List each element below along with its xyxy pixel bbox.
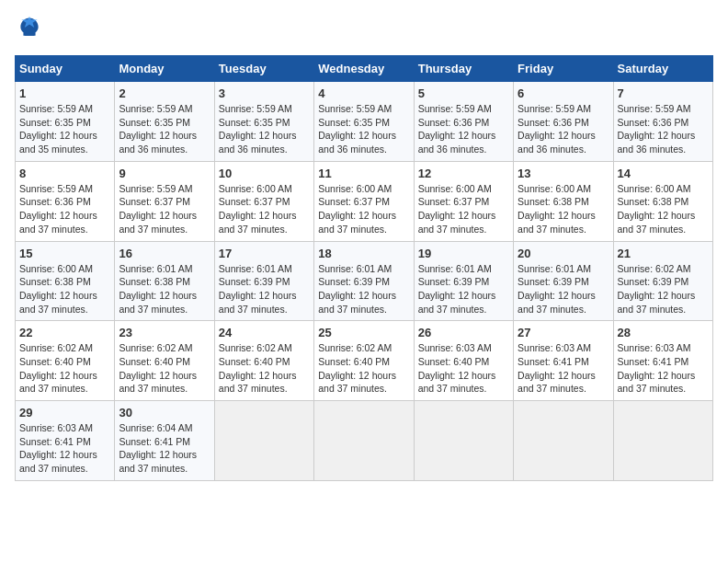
day-cell: 5 Sunrise: 5:59 AM Sunset: 6:36 PM Dayli… [414,82,513,162]
page-header [15,15,713,44]
day-number: 14 [618,167,709,180]
day-number: 11 [318,167,409,180]
day-number: 23 [119,326,210,339]
day-cell: 1 Sunrise: 5:59 AM Sunset: 6:35 PM Dayli… [16,82,115,162]
day-number: 5 [418,86,509,100]
day-info: Sunrise: 5:59 AM Sunset: 6:35 PM Dayligh… [19,102,110,156]
day-number: 25 [318,326,409,339]
day-header-thursday: Thursday [414,56,513,82]
day-cell: 8 Sunrise: 5:59 AM Sunset: 6:36 PM Dayli… [16,161,115,241]
week-row-3: 15 Sunrise: 6:00 AM Sunset: 6:38 PM Dayl… [16,241,713,321]
day-cell: 16 Sunrise: 6:01 AM Sunset: 6:38 PM Dayl… [115,241,214,321]
day-info: Sunrise: 5:59 AM Sunset: 6:35 PM Dayligh… [219,102,310,156]
week-row-5: 29 Sunrise: 6:03 AM Sunset: 6:41 PM Dayl… [16,401,713,481]
day-header-wednesday: Wednesday [314,56,414,82]
day-cell: 4 Sunrise: 5:59 AM Sunset: 6:35 PM Dayli… [314,82,414,162]
day-cell: 19 Sunrise: 6:01 AM Sunset: 6:39 PM Dayl… [414,241,513,321]
day-number: 6 [518,86,609,100]
day-cell: 6 Sunrise: 5:59 AM Sunset: 6:36 PM Dayli… [514,82,613,162]
day-info: Sunrise: 6:03 AM Sunset: 6:41 PM Dayligh… [618,341,709,396]
day-number: 4 [318,86,409,100]
day-info: Sunrise: 6:02 AM Sunset: 6:40 PM Dayligh… [219,341,310,396]
day-info: Sunrise: 6:01 AM Sunset: 6:38 PM Dayligh… [119,262,210,316]
day-number: 8 [19,167,110,180]
day-info: Sunrise: 6:01 AM Sunset: 6:39 PM Dayligh… [318,262,409,316]
day-info: Sunrise: 5:59 AM Sunset: 6:37 PM Dayligh… [119,182,210,236]
day-cell: 21 Sunrise: 6:02 AM Sunset: 6:39 PM Dayl… [613,241,712,321]
day-info: Sunrise: 6:04 AM Sunset: 6:41 PM Dayligh… [119,421,210,476]
day-number: 21 [618,247,709,260]
day-info: Sunrise: 6:01 AM Sunset: 6:39 PM Dayligh… [518,262,609,316]
day-number: 1 [19,86,110,100]
day-info: Sunrise: 6:00 AM Sunset: 6:37 PM Dayligh… [418,182,509,236]
day-cell: 22 Sunrise: 6:02 AM Sunset: 6:40 PM Dayl… [16,321,115,401]
day-info: Sunrise: 6:00 AM Sunset: 6:38 PM Dayligh… [518,182,609,236]
day-number: 16 [119,247,210,260]
day-cell [314,401,414,481]
day-cell: 10 Sunrise: 6:00 AM Sunset: 6:37 PM Dayl… [214,161,313,241]
day-number: 7 [618,86,709,100]
day-info: Sunrise: 5:59 AM Sunset: 6:36 PM Dayligh… [518,102,609,156]
day-number: 10 [219,167,310,180]
day-header-tuesday: Tuesday [214,56,313,82]
day-cell: 23 Sunrise: 6:02 AM Sunset: 6:40 PM Dayl… [115,321,214,401]
day-number: 17 [219,247,310,260]
day-info: Sunrise: 6:03 AM Sunset: 6:40 PM Dayligh… [418,341,509,396]
day-cell: 25 Sunrise: 6:02 AM Sunset: 6:40 PM Dayl… [314,321,414,401]
week-row-4: 22 Sunrise: 6:02 AM Sunset: 6:40 PM Dayl… [16,321,713,401]
day-info: Sunrise: 6:00 AM Sunset: 6:38 PM Dayligh… [19,262,110,316]
day-info: Sunrise: 5:59 AM Sunset: 6:36 PM Dayligh… [418,102,509,156]
day-cell: 9 Sunrise: 5:59 AM Sunset: 6:37 PM Dayli… [115,161,214,241]
day-cell [514,401,613,481]
week-row-2: 8 Sunrise: 5:59 AM Sunset: 6:36 PM Dayli… [16,161,713,241]
day-info: Sunrise: 5:59 AM Sunset: 6:35 PM Dayligh… [119,102,210,156]
day-number: 29 [19,406,110,419]
day-number: 15 [19,247,110,260]
day-cell: 28 Sunrise: 6:03 AM Sunset: 6:41 PM Dayl… [613,321,712,401]
day-cell: 14 Sunrise: 6:00 AM Sunset: 6:38 PM Dayl… [613,161,712,241]
day-number: 20 [518,247,609,260]
day-info: Sunrise: 6:01 AM Sunset: 6:39 PM Dayligh… [418,262,509,316]
day-cell: 17 Sunrise: 6:01 AM Sunset: 6:39 PM Dayl… [214,241,313,321]
day-info: Sunrise: 6:02 AM Sunset: 6:39 PM Dayligh… [618,262,709,316]
day-cell [414,401,513,481]
day-info: Sunrise: 6:02 AM Sunset: 6:40 PM Dayligh… [19,341,110,396]
day-header-sunday: Sunday [16,56,115,82]
day-info: Sunrise: 5:59 AM Sunset: 6:36 PM Dayligh… [618,102,709,156]
day-cell [613,401,712,481]
day-info: Sunrise: 6:02 AM Sunset: 6:40 PM Dayligh… [119,341,210,396]
day-cell [214,401,313,481]
day-cell: 2 Sunrise: 5:59 AM Sunset: 6:35 PM Dayli… [115,82,214,162]
week-row-1: 1 Sunrise: 5:59 AM Sunset: 6:35 PM Dayli… [16,82,713,162]
logo-icon [17,15,42,40]
day-cell: 29 Sunrise: 6:03 AM Sunset: 6:41 PM Dayl… [16,401,115,481]
day-header-monday: Monday [115,56,214,82]
day-number: 18 [318,247,409,260]
day-cell: 13 Sunrise: 6:00 AM Sunset: 6:38 PM Dayl… [514,161,613,241]
day-info: Sunrise: 6:01 AM Sunset: 6:39 PM Dayligh… [219,262,310,316]
day-cell: 26 Sunrise: 6:03 AM Sunset: 6:40 PM Dayl… [414,321,513,401]
calendar-table: SundayMondayTuesdayWednesdayThursdayFrid… [15,55,713,481]
day-number: 2 [119,86,210,100]
day-number: 26 [418,326,509,339]
day-cell: 12 Sunrise: 6:00 AM Sunset: 6:37 PM Dayl… [414,161,513,241]
day-info: Sunrise: 6:03 AM Sunset: 6:41 PM Dayligh… [19,421,110,476]
day-cell: 24 Sunrise: 6:02 AM Sunset: 6:40 PM Dayl… [214,321,313,401]
day-number: 3 [219,86,310,100]
day-header-friday: Friday [514,56,613,82]
logo [15,15,42,44]
day-header-saturday: Saturday [613,56,712,82]
day-number: 9 [119,167,210,180]
calendar-header-row: SundayMondayTuesdayWednesdayThursdayFrid… [16,56,713,82]
day-number: 12 [418,167,509,180]
day-info: Sunrise: 6:00 AM Sunset: 6:37 PM Dayligh… [219,182,310,236]
day-cell: 15 Sunrise: 6:00 AM Sunset: 6:38 PM Dayl… [16,241,115,321]
day-number: 19 [418,247,509,260]
day-number: 13 [518,167,609,180]
day-info: Sunrise: 5:59 AM Sunset: 6:36 PM Dayligh… [19,182,110,236]
day-cell: 27 Sunrise: 6:03 AM Sunset: 6:41 PM Dayl… [514,321,613,401]
day-number: 22 [19,326,110,339]
day-info: Sunrise: 6:02 AM Sunset: 6:40 PM Dayligh… [318,341,409,396]
day-cell: 18 Sunrise: 6:01 AM Sunset: 6:39 PM Dayl… [314,241,414,321]
day-info: Sunrise: 6:00 AM Sunset: 6:38 PM Dayligh… [618,182,709,236]
